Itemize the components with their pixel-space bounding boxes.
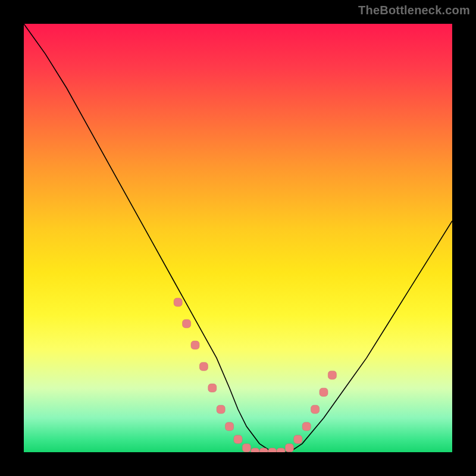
marker-point [191,341,199,349]
bottleneck-curve [24,24,452,452]
watermark-text: TheBottleneck.com [358,4,470,17]
marker-point [242,444,250,452]
plot-area [24,24,452,452]
marker-point [328,371,336,379]
marker-point [268,448,277,452]
marker-point [226,422,234,431]
marker-point [320,388,328,396]
marker-point [302,422,311,431]
marker-point [294,435,302,443]
marker-point [311,405,320,414]
marker-point [251,448,259,452]
marker-cluster [174,298,336,452]
marker-point [277,448,285,452]
marker-point [199,362,208,371]
marker-point [208,384,217,392]
marker-point [217,405,225,414]
marker-point [174,298,182,306]
chart-frame: TheBottleneck.com [0,0,476,476]
curve-svg [24,24,452,452]
marker-point [259,448,268,452]
marker-point [183,320,191,328]
marker-point [285,444,293,452]
marker-point [234,435,242,443]
